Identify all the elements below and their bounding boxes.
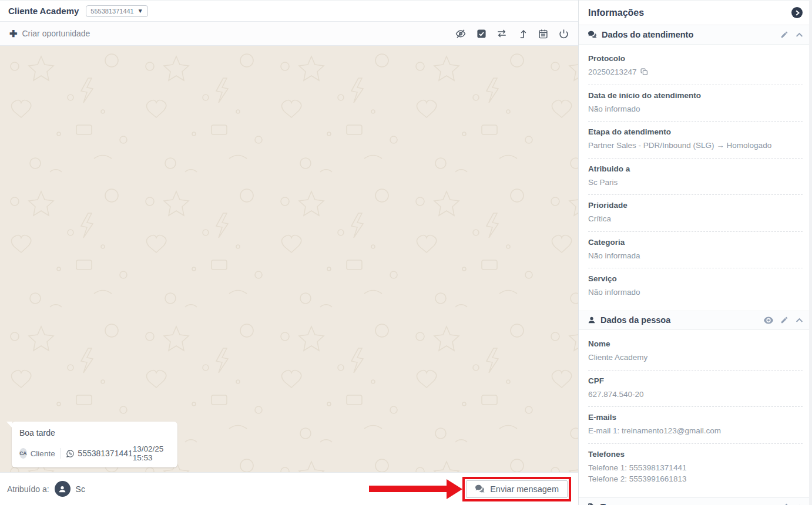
transfer-icon[interactable]: [496, 28, 507, 39]
incoming-message-bubble: Boa tarde CA Cliente 555381371441 13/02/…: [12, 422, 177, 467]
tag-icon: [588, 503, 596, 505]
field-value-phone2: Telefone 2: 5553991661813: [588, 473, 803, 485]
field-value: E-mail 1: treinamento123@gmail.com: [588, 425, 803, 437]
whatsapp-doodle-background: [0, 46, 578, 472]
sidebar-header: Informações: [579, 0, 812, 25]
person-icon: [588, 316, 596, 324]
field-category: Categoria Não informada: [588, 232, 803, 269]
assigned-to-label: Atribuído a:: [7, 484, 49, 494]
edit-pencil-icon[interactable]: [780, 503, 788, 505]
comments-icon: [475, 484, 485, 493]
service-data-body: Protocolo 20250213247 Data de início do …: [579, 45, 812, 311]
collapse-sidebar-button[interactable]: [791, 7, 803, 18]
field-value-phone1: Telefone 1: 5553981371441: [588, 462, 803, 474]
sender-initials-badge: CA: [19, 448, 27, 459]
schedule-calendar-icon[interactable]: [538, 28, 548, 39]
sidebar-scrollbar[interactable]: [809, 0, 812, 505]
protocol-value: 20250213247: [588, 66, 637, 78]
field-value: Não informado: [588, 287, 803, 298]
annotation-arrow: [369, 479, 462, 499]
phone-select-value: 555381371441: [90, 8, 133, 15]
section-header-tags[interactable]: Tags: [579, 497, 812, 505]
field-label: Nome: [588, 339, 803, 348]
meta-divider: [61, 448, 61, 459]
comments-icon: [588, 31, 597, 39]
chevron-down-icon: ▼: [137, 8, 143, 14]
assigned-agent-name: Sc: [76, 484, 85, 494]
send-message-label: Enviar mensagem: [490, 484, 559, 494]
field-service: Serviço Não informado: [588, 268, 803, 305]
create-opportunity-button[interactable]: ✚ Criar oportunidade: [9, 28, 90, 39]
annotation-arrow-head: [447, 479, 462, 499]
field-assigned-to: Atribuido a Sc Paris: [588, 159, 803, 196]
assigned-to: Atribuído a: Sc: [7, 481, 85, 497]
edit-pencil-icon[interactable]: [780, 31, 788, 39]
hide-conversation-icon[interactable]: [455, 28, 466, 39]
collapse-section-icon[interactable]: [796, 317, 803, 324]
send-message-button[interactable]: Enviar mensagem: [466, 480, 568, 498]
field-value: Cliente Academy: [588, 352, 803, 363]
sender-phone: 555381371441: [66, 449, 132, 458]
field-label: Serviço: [588, 274, 803, 283]
app-window: Cliente Academy 555381371441 ▼ ✚ Criar o…: [0, 0, 812, 505]
field-label: Atribuido a: [588, 164, 803, 173]
end-service-power-icon[interactable]: [558, 28, 569, 39]
create-opportunity-label: Criar oportunidade: [22, 29, 90, 38]
annotation-highlight-box: Enviar mensagem: [462, 477, 571, 501]
field-value: Sc Paris: [588, 177, 803, 188]
whatsapp-icon: [66, 449, 75, 458]
field-protocol: Protocolo 20250213247: [588, 48, 803, 85]
field-value: Crítica: [588, 213, 803, 225]
field-name: Nome Cliente Academy: [588, 334, 803, 371]
sender-phone-number: 555381371441: [78, 449, 132, 458]
field-phones: Telefones Telefone 1: 5553981371441 Tele…: [588, 444, 803, 491]
user-icon: [58, 484, 67, 494]
field-priority: Prioridade Crítica: [588, 195, 803, 232]
field-value: Partner Sales - PDR/Inbound (SLG) → Homo…: [588, 140, 803, 152]
sender-name: Cliente: [31, 449, 55, 458]
field-label: E-mails: [588, 413, 803, 422]
chat-pane: Cliente Academy 555381371441 ▼ ✚ Criar o…: [0, 0, 579, 505]
chat-footer: Atribuído a: Sc: [0, 472, 578, 505]
field-label: Telefones: [588, 450, 803, 459]
message-text: Boa tarde: [19, 428, 170, 437]
section-header-service-data[interactable]: Dados do atendimento: [579, 25, 812, 45]
field-label: Protocolo: [588, 54, 803, 63]
service-data-actions: [780, 31, 803, 39]
field-label: Prioridade: [588, 201, 803, 210]
chat-toolbar: ✚ Criar oportunidade: [0, 22, 578, 46]
sidebar-title: Informações: [588, 8, 644, 18]
message-meta: CA Cliente 555381371441 13/02/25 15:53: [19, 445, 170, 462]
toolbar-icons: [455, 28, 569, 39]
chevron-right-circle-icon: [794, 10, 800, 16]
field-value: Não informado: [588, 103, 803, 115]
info-sidebar: Informações Dados do atendimento: [579, 0, 812, 505]
footer-right: Enviar mensagem: [369, 477, 571, 501]
field-value: 627.874.540-20: [588, 389, 803, 400]
collapse-section-icon[interactable]: [796, 31, 803, 39]
chat-header: Cliente Academy 555381371441 ▼: [0, 0, 578, 22]
message-timestamp: 13/02/25 15:53: [133, 445, 170, 462]
edit-pencil-icon[interactable]: [780, 316, 788, 324]
view-eye-icon[interactable]: [764, 317, 773, 324]
copy-icon[interactable]: [640, 68, 648, 76]
contact-name-title: Cliente Academy: [8, 6, 79, 16]
field-value: Não informada: [588, 250, 803, 262]
person-data-body: Nome Cliente Academy CPF 627.874.540-20 …: [579, 330, 812, 497]
section-header-person-data[interactable]: Dados da pessoa: [579, 311, 812, 330]
person-data-actions: [764, 316, 803, 324]
tags-title: Tags: [600, 502, 620, 505]
chat-message-area: Boa tarde CA Cliente 555381371441 13/02/…: [0, 46, 578, 472]
field-service-stage: Etapa do atendimento Partner Sales - PDR…: [588, 122, 803, 159]
annotation-arrow-shaft: [369, 486, 447, 492]
resolve-checkbox-icon[interactable]: [476, 28, 486, 39]
agent-avatar: [55, 481, 71, 497]
phone-number-select[interactable]: 555381371441 ▼: [86, 5, 147, 17]
move-up-icon[interactable]: [517, 28, 528, 39]
plus-icon: ✚: [9, 28, 17, 39]
field-cpf: CPF 627.874.540-20: [588, 371, 803, 408]
field-start-date: Data de início do atendimento Não inform…: [588, 85, 803, 122]
person-data-title: Dados da pessoa: [600, 315, 670, 325]
service-data-title: Dados do atendimento: [602, 30, 693, 39]
field-label: Categoria: [588, 238, 803, 247]
